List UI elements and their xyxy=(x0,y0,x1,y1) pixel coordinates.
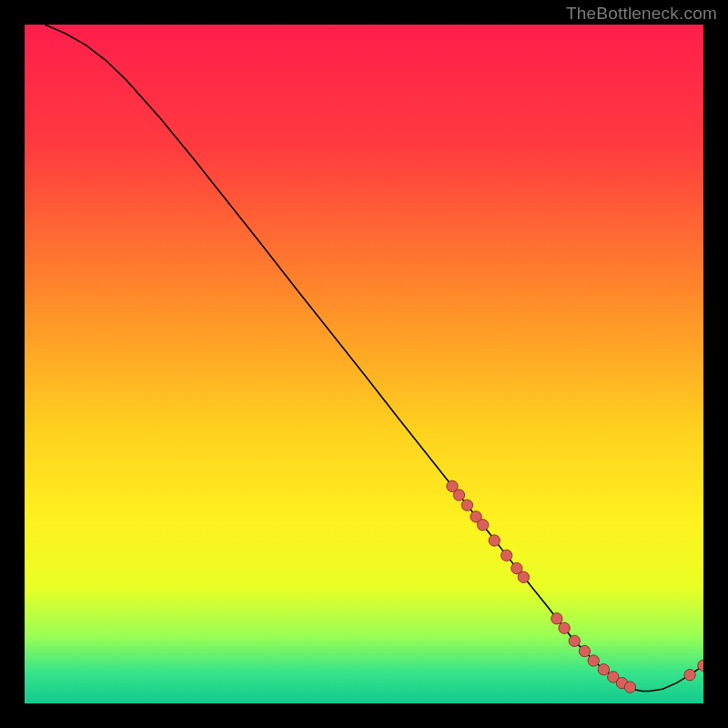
curve-marker xyxy=(579,645,590,656)
watermark-text: TheBottleneck.com xyxy=(566,4,717,24)
curve-marker xyxy=(569,635,580,646)
plot-area xyxy=(25,25,703,703)
curve-marker xyxy=(624,682,635,693)
chart-stage: TheBottleneck.com xyxy=(0,0,728,728)
plot-background xyxy=(25,25,703,703)
curve-marker xyxy=(518,571,529,582)
curve-marker xyxy=(453,490,464,500)
curve-marker xyxy=(684,669,695,680)
curve-marker xyxy=(551,613,562,624)
curve-marker xyxy=(477,520,488,531)
curve-marker xyxy=(500,550,511,561)
curve-marker xyxy=(598,664,609,675)
curve-marker xyxy=(489,535,500,546)
chart-svg xyxy=(25,25,703,703)
curve-marker xyxy=(559,622,570,633)
curve-marker xyxy=(588,655,599,666)
curve-marker xyxy=(461,500,472,511)
